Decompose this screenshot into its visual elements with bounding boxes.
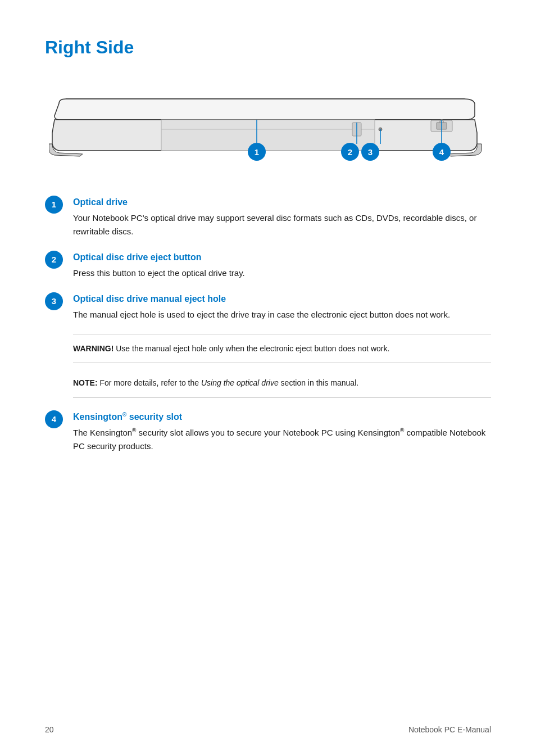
item-4-desc: The Kensington® security slot allows you… <box>73 426 491 453</box>
laptop-body: 1 2 3 4 <box>49 99 482 161</box>
item-2-title: Optical disc drive eject button <box>73 251 491 264</box>
svg-text:2: 2 <box>348 147 352 157</box>
page-footer: 20 Notebook PC E-Manual <box>45 724 491 736</box>
item-2-desc: Press this button to eject the optical d… <box>73 266 491 280</box>
item-4-title: Kensington® security slot <box>73 410 491 424</box>
page-number: 20 <box>45 724 54 736</box>
warning-callout: WARNING! Use the manual eject hole only … <box>73 334 491 363</box>
badge-2: 2 <box>45 251 63 269</box>
item-3-content: Optical disc drive manual eject hole The… <box>73 292 491 322</box>
item-1: 1 Optical drive Your Notebook PC's optic… <box>45 196 491 238</box>
item-2: 2 Optical disc drive eject button Press … <box>45 251 491 280</box>
footer-title: Notebook PC E-Manual <box>408 724 491 736</box>
item-1-desc: Your Notebook PC's optical drive may sup… <box>73 211 491 238</box>
item-1-content: Optical drive Your Notebook PC's optical… <box>73 196 491 238</box>
page-title: Right Side <box>45 34 491 61</box>
item-3-title: Optical disc drive manual eject hole <box>73 292 491 306</box>
note-callout: NOTE: For more details, refer to the Usi… <box>73 369 491 397</box>
svg-text:1: 1 <box>255 147 259 157</box>
item-3: 3 Optical disc drive manual eject hole T… <box>45 292 491 322</box>
note-text: NOTE: For more details, refer to the Usi… <box>73 377 491 389</box>
item-4: 4 Kensington® security slot The Kensingt… <box>45 410 491 453</box>
page-content: Right Side <box>0 0 536 499</box>
laptop-diagram-svg: 1 2 3 4 <box>49 83 487 173</box>
svg-text:4: 4 <box>439 147 444 157</box>
svg-rect-1 <box>161 120 375 151</box>
badge-4: 4 <box>45 410 63 428</box>
item-3-desc: The manual eject hole is used to eject t… <box>73 308 491 322</box>
badge-3: 3 <box>45 292 63 310</box>
warning-text: WARNING! Use the manual eject hole only … <box>73 342 491 355</box>
svg-text:3: 3 <box>368 147 373 157</box>
diagram: 1 2 3 4 <box>49 83 487 173</box>
badge-1: 1 <box>45 196 63 214</box>
item-2-content: Optical disc drive eject button Press th… <box>73 251 491 280</box>
item-1-title: Optical drive <box>73 196 491 209</box>
item-4-content: Kensington® security slot The Kensington… <box>73 410 491 453</box>
